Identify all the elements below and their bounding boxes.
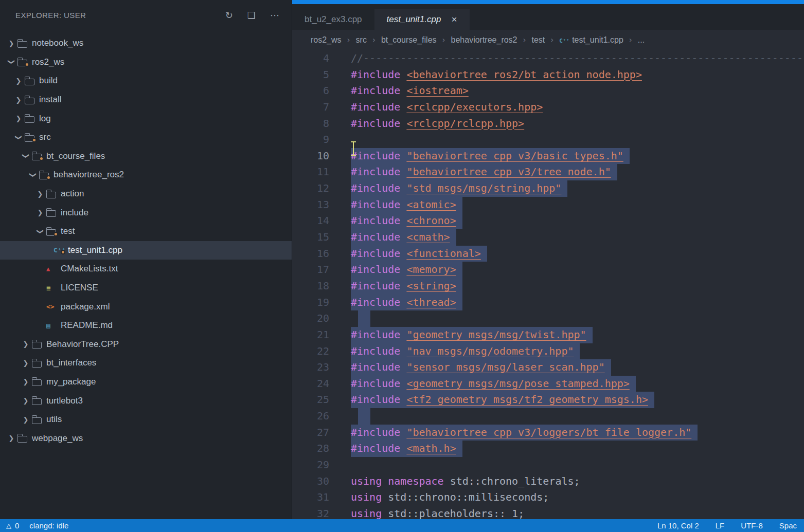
code-line-22[interactable]: 22#include "nav_msgs/msg/odometry.hpp" bbox=[292, 343, 804, 360]
chevron-right-icon[interactable]: ❯ bbox=[34, 209, 46, 216]
chevron-right-icon[interactable]: ❯ bbox=[12, 96, 25, 104]
chevron-down-icon[interactable]: ❯ bbox=[8, 56, 15, 68]
line-number[interactable]: 18 bbox=[292, 278, 329, 295]
chevron-right-icon[interactable]: ❯ bbox=[5, 40, 17, 47]
chevron-right-icon[interactable]: ❯ bbox=[20, 416, 32, 424]
chevron-right-icon[interactable]: ❯ bbox=[20, 359, 32, 367]
line-number[interactable]: 26 bbox=[292, 408, 329, 425]
tree-item-bt-interfaces[interactable]: ❯bt_interfaces bbox=[0, 354, 292, 373]
line-number[interactable]: 27 bbox=[292, 425, 329, 441]
code-line-29[interactable]: 29 bbox=[292, 457, 804, 473]
code-line-21[interactable]: 21#include "geometry_msgs/msg/twist.hpp" bbox=[292, 327, 804, 343]
tree-item-package-xml[interactable]: ❯<>package.xml bbox=[0, 297, 292, 316]
code-line-10[interactable]: 10#include "behaviortree_cpp_v3/basic_ty… bbox=[292, 148, 804, 164]
code-line-14[interactable]: 14#include <chrono> bbox=[292, 213, 804, 229]
code-line-17[interactable]: 17#include <memory> bbox=[292, 262, 804, 278]
tree-item-src[interactable]: ❯src bbox=[0, 128, 292, 147]
breadcrumb-item-test-unit1-cpp[interactable]: C⁺⁺test_unit1.cpp bbox=[559, 35, 623, 45]
tree-item-behaviortree-ros2[interactable]: ❯behaviortree_ros2 bbox=[0, 166, 292, 185]
code-line-32[interactable]: 32using std::placeholders::_1; bbox=[292, 506, 804, 519]
tree-item-test[interactable]: ❯test bbox=[0, 222, 292, 241]
code-line-26[interactable]: 26 bbox=[292, 408, 804, 425]
chevron-down-icon[interactable]: ❯ bbox=[29, 169, 37, 181]
line-number[interactable]: 23 bbox=[292, 359, 329, 376]
code-line-16[interactable]: 16#include <functional> bbox=[292, 246, 804, 262]
tree-item-install[interactable]: ❯install bbox=[0, 90, 292, 109]
tree-item-bt-course-files[interactable]: ❯bt_course_files bbox=[0, 147, 292, 166]
line-number[interactable]: 6 bbox=[292, 83, 329, 99]
chevron-down-icon[interactable]: ❯ bbox=[15, 131, 23, 143]
chevron-right-icon[interactable]: ❯ bbox=[20, 378, 32, 386]
code-line-9[interactable]: 9 bbox=[292, 132, 804, 148]
line-number[interactable]: 21 bbox=[292, 327, 329, 343]
chevron-down-icon[interactable]: ❯ bbox=[37, 225, 44, 237]
tree-item-build[interactable]: ❯build bbox=[0, 71, 292, 90]
chevron-right-icon[interactable]: ❯ bbox=[5, 434, 17, 442]
line-number[interactable]: 30 bbox=[292, 473, 329, 490]
code-line-23[interactable]: 23#include "sensor_msgs/msg/laser_scan.h… bbox=[292, 359, 804, 376]
tab-bt-u2-ex3-cpp[interactable]: bt_u2_ex3.cpp bbox=[292, 9, 374, 30]
tree-item-include[interactable]: ❯include bbox=[0, 203, 292, 222]
code-line-18[interactable]: 18#include <string> bbox=[292, 278, 804, 295]
breadcrumb-item-[interactable]: ... bbox=[638, 35, 645, 45]
chevron-right-icon[interactable]: ❯ bbox=[20, 340, 32, 348]
clangd-status[interactable]: clangd: idle bbox=[29, 521, 68, 530]
line-number[interactable]: 14 bbox=[292, 213, 329, 229]
code-line-24[interactable]: 24#include <geometry_msgs/msg/pose_stamp… bbox=[292, 376, 804, 392]
chevron-right-icon[interactable]: ❯ bbox=[12, 115, 25, 122]
status-indentation[interactable]: Spac bbox=[779, 521, 797, 530]
collapse-folders-icon[interactable]: ❏ bbox=[247, 10, 256, 21]
code-line-19[interactable]: 19#include <thread> bbox=[292, 295, 804, 311]
line-number[interactable]: 22 bbox=[292, 343, 329, 360]
breadcrumb-item-behaviortree-ros2[interactable]: behaviortree_ros2 bbox=[451, 35, 517, 45]
chevron-right-icon[interactable]: ❯ bbox=[34, 190, 46, 198]
chevron-right-icon[interactable]: ❯ bbox=[20, 397, 32, 405]
code-line-28[interactable]: 28#include <math.h> bbox=[292, 441, 804, 457]
tree-item-cmakelists-txt[interactable]: ❯▲CMakeLists.txt bbox=[0, 260, 292, 279]
tree-item-action[interactable]: ❯action bbox=[0, 185, 292, 204]
breadcrumb-item-bt-course-files[interactable]: bt_course_files bbox=[381, 35, 437, 45]
line-number[interactable]: 4 bbox=[292, 50, 329, 67]
code-line-13[interactable]: 13#include <atomic> bbox=[292, 197, 804, 213]
line-number[interactable]: 25 bbox=[292, 392, 329, 408]
code-editor[interactable]: 4//-------------------------------------… bbox=[292, 50, 804, 519]
chevron-right-icon[interactable]: ❯ bbox=[12, 77, 25, 85]
breadcrumb-item-ros2-ws[interactable]: ros2_ws bbox=[311, 35, 342, 45]
status-cursor-position[interactable]: Ln 10, Col 2 bbox=[657, 521, 699, 530]
line-number[interactable]: 5 bbox=[292, 67, 329, 83]
line-number[interactable]: 9 bbox=[292, 132, 329, 148]
status-encoding[interactable]: UTF-8 bbox=[741, 521, 763, 530]
code-line-30[interactable]: 30using namespace std::chrono_literals; bbox=[292, 473, 804, 490]
more-actions-icon[interactable]: ⋯ bbox=[270, 10, 279, 21]
code-line-27[interactable]: 27#include "behaviortree_cpp_v3/loggers/… bbox=[292, 425, 804, 441]
line-number[interactable]: 13 bbox=[292, 197, 329, 213]
tab-test-unit1-cpp[interactable]: test_unit1.cpp× bbox=[374, 9, 470, 30]
code-line-7[interactable]: 7#include <rclcpp/executors.hpp> bbox=[292, 99, 804, 116]
code-line-6[interactable]: 6#include <iostream> bbox=[292, 83, 804, 99]
line-number[interactable]: 17 bbox=[292, 262, 329, 278]
breadcrumb-item-test[interactable]: test bbox=[532, 35, 545, 45]
code-line-31[interactable]: 31using std::chrono::milliseconds; bbox=[292, 489, 804, 506]
line-number[interactable]: 32 bbox=[292, 506, 329, 519]
line-number[interactable]: 11 bbox=[292, 164, 329, 180]
line-number[interactable]: 7 bbox=[292, 99, 329, 116]
code-line-8[interactable]: 8#include <rclcpp/rclcpp.hpp> bbox=[292, 116, 804, 132]
line-number[interactable]: 15 bbox=[292, 229, 329, 246]
line-number[interactable]: 8 bbox=[292, 116, 329, 132]
tree-item-utils[interactable]: ❯utils bbox=[0, 410, 292, 429]
tree-item-turtlebot3[interactable]: ❯turtlebot3 bbox=[0, 391, 292, 410]
chevron-down-icon[interactable]: ❯ bbox=[22, 150, 30, 162]
tree-item-webpage-ws[interactable]: ❯webpage_ws bbox=[0, 429, 292, 448]
line-number[interactable]: 16 bbox=[292, 246, 329, 262]
tree-item-readme-md[interactable]: ❯▤README.md bbox=[0, 316, 292, 335]
line-number[interactable]: 28 bbox=[292, 441, 329, 457]
line-number[interactable]: 12 bbox=[292, 180, 329, 197]
line-number[interactable]: 19 bbox=[292, 295, 329, 311]
line-number[interactable]: 24 bbox=[292, 376, 329, 392]
code-line-4[interactable]: 4//-------------------------------------… bbox=[292, 50, 804, 67]
code-line-20[interactable]: 20 bbox=[292, 310, 804, 327]
refresh-explorer-icon[interactable]: ↻ bbox=[225, 10, 233, 21]
close-icon[interactable]: × bbox=[451, 14, 457, 25]
tree-item-behaviortree-cpp[interactable]: ❯BehaviorTree.CPP bbox=[0, 335, 292, 354]
line-number[interactable]: 10 bbox=[292, 148, 329, 164]
